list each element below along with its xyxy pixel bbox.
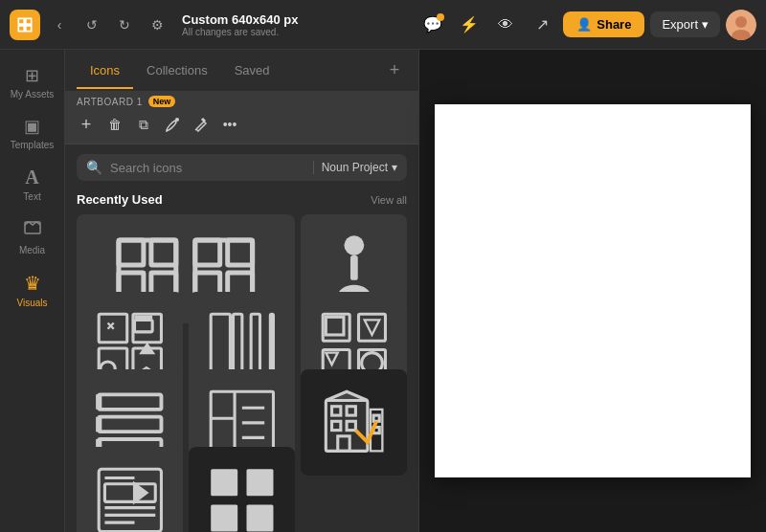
- search-input[interactable]: [110, 161, 305, 175]
- my-assets-icon: ⊞: [25, 65, 39, 86]
- visuals-icon: ♛: [24, 272, 41, 295]
- logo-button[interactable]: [10, 10, 40, 40]
- svg-point-15: [344, 235, 364, 255]
- svg-rect-61: [246, 469, 273, 496]
- search-bar: 🔍 Noun Project ▾: [77, 154, 407, 181]
- sidebar-item-media[interactable]: Media: [4, 212, 61, 262]
- toolbar-copy-button[interactable]: ⧉: [130, 111, 157, 138]
- svg-rect-38: [99, 394, 161, 410]
- svg-rect-28: [251, 314, 259, 376]
- artboard-toolbar: ARTBOARD 1 New + 🗑 ⧉ •••: [65, 92, 418, 144]
- export-button[interactable]: Export ▾: [650, 11, 720, 37]
- tab-icons[interactable]: Icons: [77, 54, 133, 89]
- svg-rect-27: [233, 314, 241, 376]
- svg-rect-39: [99, 416, 161, 432]
- icon-grid: [65, 214, 418, 532]
- artboard-name: ARTBOARD 1: [77, 97, 143, 107]
- svg-rect-12: [228, 240, 253, 265]
- add-tab-button[interactable]: +: [382, 58, 407, 83]
- svg-marker-56: [326, 391, 368, 400]
- chat-badge: [437, 13, 444, 21]
- svg-rect-6: [195, 240, 253, 298]
- svg-rect-29: [270, 314, 273, 376]
- share-icon: 👤: [576, 17, 592, 32]
- chat-button[interactable]: 💬: [417, 10, 448, 40]
- back-button[interactable]: ‹: [46, 11, 73, 38]
- document-title: Custom 640x640 px: [182, 12, 298, 27]
- text-icon: A: [25, 166, 38, 188]
- icons-panel: Icons Collections Saved + ARTBOARD 1 New…: [65, 50, 419, 532]
- svg-rect-7: [119, 240, 144, 265]
- avatar[interactable]: [726, 10, 756, 40]
- sidebar-item-templates[interactable]: ▣ Templates: [4, 110, 61, 157]
- templates-icon: ▣: [24, 116, 40, 137]
- svg-rect-60: [211, 469, 237, 496]
- svg-marker-34: [364, 320, 379, 335]
- share-button[interactable]: 👤 Share: [563, 11, 644, 37]
- new-badge: New: [148, 96, 176, 107]
- share-arrow-button[interactable]: ↗: [527, 10, 557, 40]
- section-title: Recently Used: [77, 192, 163, 207]
- eye-button[interactable]: 👁: [490, 10, 521, 40]
- save-status: All changes are saved.: [182, 27, 298, 37]
- artboard: [435, 104, 751, 477]
- noun-project-chevron-icon: ▾: [392, 161, 397, 174]
- toolbar-paint-button[interactable]: [159, 111, 186, 138]
- toolbar-more-button[interactable]: •••: [216, 111, 243, 138]
- search-icon: 🔍: [86, 160, 102, 175]
- tab-collections[interactable]: Collections: [133, 54, 221, 89]
- icon-cell-building[interactable]: [301, 369, 407, 476]
- icon-cell-grid-dark[interactable]: [189, 447, 295, 532]
- recently-used-header: Recently Used View all: [65, 188, 418, 214]
- sidebar-item-text[interactable]: A Text: [4, 161, 61, 209]
- toolbar-add-button[interactable]: +: [73, 111, 100, 138]
- svg-marker-59: [134, 483, 146, 501]
- svg-marker-36: [326, 352, 337, 364]
- toolbar-pen-button[interactable]: [188, 111, 214, 138]
- redo-button[interactable]: ↻: [111, 11, 138, 38]
- svg-rect-16: [350, 255, 358, 280]
- svg-rect-8: [151, 240, 176, 265]
- view-all-link[interactable]: View all: [371, 194, 407, 206]
- canvas-area[interactable]: [419, 50, 766, 532]
- svg-point-4: [175, 118, 179, 122]
- header-actions: 💬 ⚡ 👁 ↗ 👤 Share Export ▾: [417, 10, 756, 40]
- left-sidebar: ⊞ My Assets ▣ Templates A Text Media ♛ V…: [0, 50, 65, 532]
- tab-saved[interactable]: Saved: [221, 54, 283, 89]
- noun-project-selector[interactable]: Noun Project ▾: [313, 161, 397, 174]
- noun-project-label: Noun Project: [322, 161, 388, 174]
- svg-rect-24: [134, 320, 152, 331]
- icon-cell-content-layout[interactable]: [77, 447, 183, 532]
- svg-rect-37: [326, 317, 344, 335]
- sidebar-item-my-assets[interactable]: ⊞ My Assets: [4, 59, 61, 106]
- top-header: ‹ ↺ ↻ ⚙ Custom 640x640 px All changes ar…: [0, 0, 766, 50]
- toolbar-delete-button[interactable]: 🗑: [101, 111, 128, 138]
- settings-button[interactable]: ⚙: [144, 11, 170, 38]
- svg-rect-5: [119, 240, 176, 298]
- svg-point-1: [735, 16, 747, 28]
- media-icon: [23, 218, 42, 242]
- svg-rect-11: [195, 240, 220, 265]
- sidebar-item-visuals[interactable]: ♛ Visuals: [4, 266, 61, 315]
- export-chevron-icon: ▾: [702, 17, 709, 32]
- lightning-button[interactable]: ⚡: [454, 10, 484, 40]
- panel-tabs: Icons Collections Saved +: [65, 50, 418, 92]
- svg-rect-26: [211, 314, 230, 376]
- document-title-block: Custom 640x640 px All changes are saved.: [182, 12, 298, 37]
- main-layout: ⊞ My Assets ▣ Templates A Text Media ♛ V…: [0, 50, 766, 532]
- undo-button[interactable]: ↺: [79, 11, 105, 38]
